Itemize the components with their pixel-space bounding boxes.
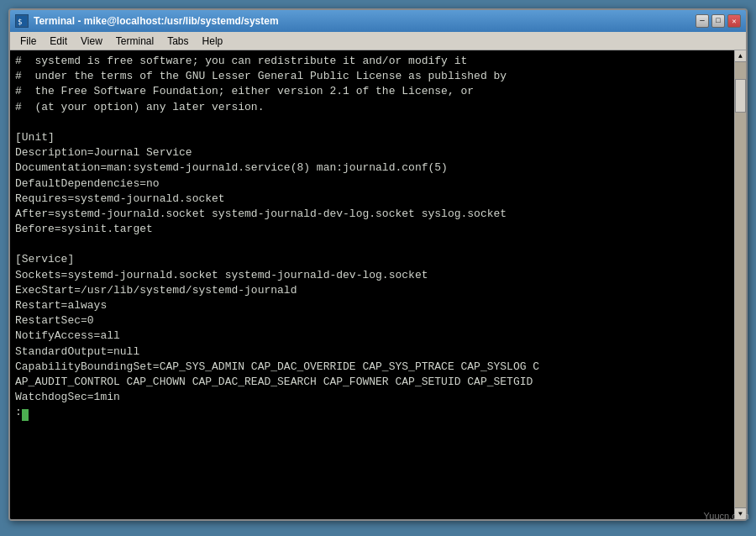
terminal-cursor	[22, 409, 29, 421]
minimize-button[interactable]: ─	[696, 14, 709, 28]
scrollbar[interactable]: ▲ ▼	[734, 50, 746, 519]
terminal-output[interactable]: # systemd is free software; you can redi…	[10, 50, 734, 519]
watermark: Yuucn.com	[704, 511, 749, 521]
titlebar: $ Terminal - mike@localhost:/usr/lib/sys…	[10, 10, 746, 32]
menu-file[interactable]: File	[13, 34, 43, 49]
window-title: Terminal - mike@localhost:/usr/lib/syste…	[34, 15, 696, 27]
menu-terminal[interactable]: Terminal	[109, 34, 160, 49]
menu-edit[interactable]: Edit	[43, 34, 74, 49]
window-controls: ─ □ ✕	[696, 14, 741, 28]
scrollbar-track[interactable]	[735, 62, 746, 507]
menubar: File Edit View Terminal Tabs Help	[10, 32, 746, 50]
content-area: # systemd is free software; you can redi…	[10, 50, 746, 519]
scroll-up-button[interactable]: ▲	[735, 50, 746, 62]
svg-text:$: $	[18, 18, 22, 26]
menu-view[interactable]: View	[74, 34, 109, 49]
close-button[interactable]: ✕	[727, 14, 741, 28]
scrollbar-thumb[interactable]	[735, 79, 746, 113]
menu-help[interactable]: Help	[196, 34, 230, 49]
maximize-button[interactable]: □	[711, 14, 725, 28]
terminal-icon: $	[15, 14, 29, 28]
menu-tabs[interactable]: Tabs	[160, 34, 195, 49]
terminal-window: $ Terminal - mike@localhost:/usr/lib/sys…	[8, 8, 748, 521]
